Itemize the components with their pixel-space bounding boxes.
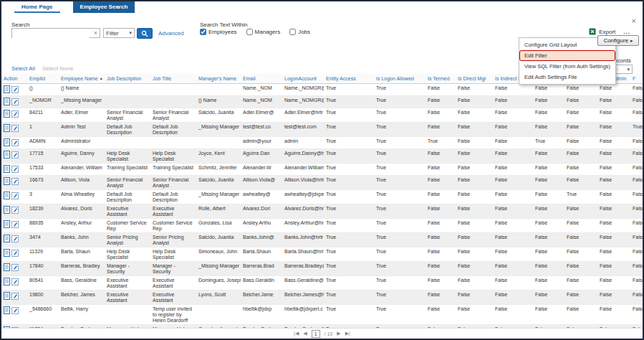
- table-row[interactable]: 80541Bass, GeraldineExecutive AssistantE…: [1, 276, 643, 291]
- action-cell: [1, 96, 27, 108]
- jobs-checkbox[interactable]: [289, 29, 296, 35]
- cell: Barreras.Brad: [241, 262, 282, 276]
- column-header-emplid[interactable]: EmplId: [27, 74, 59, 84]
- last-page-button[interactable]: ▶|: [345, 331, 350, 336]
- jobs-checkbox-option[interactable]: Jobs: [289, 29, 310, 35]
- cell: [196, 305, 241, 325]
- employees-checkbox[interactable]: [200, 29, 206, 35]
- menu-item-edit-auth-settings-file[interactable]: Edit Auth Settings File: [519, 72, 615, 82]
- cell: Belcher, James: [59, 291, 105, 305]
- table-row[interactable]: 17533Alexander, WilliamTraining Speciali…: [1, 164, 643, 176]
- table-row[interactable]: 17715Aguirre, DannyHelp Desk SpecialistH…: [1, 149, 643, 164]
- edit-record-icon[interactable]: [11, 263, 19, 271]
- cell: Senior Pricing Analyst: [105, 233, 150, 247]
- column-header-job-title[interactable]: Job Title: [150, 74, 196, 84]
- next-page-button[interactable]: ▶: [337, 331, 340, 336]
- menu-item-edit-filter[interactable]: Edit Filter: [519, 50, 615, 61]
- clear-search-icon[interactable]: ×: [94, 29, 97, 37]
- edit-record-icon[interactable]: [11, 206, 19, 214]
- column-header-email[interactable]: Email: [241, 74, 282, 84]
- column-header-logonaccount[interactable]: LogonAccount: [282, 74, 324, 84]
- open-record-icon[interactable]: [4, 151, 10, 159]
- more-options-icon[interactable]: ...: [623, 29, 630, 35]
- open-record-icon[interactable]: [4, 306, 10, 314]
- open-record-icon[interactable]: [4, 263, 10, 271]
- edit-record-icon[interactable]: [11, 220, 19, 228]
- open-record-icon[interactable]: [4, 165, 10, 173]
- edit-record-icon[interactable]: [11, 85, 19, 93]
- cell: Help Desk Specialist: [150, 247, 196, 262]
- table-row[interactable]: ()() NameName._NOMName._NOMGR@TrueTrueFa…: [1, 84, 643, 96]
- tab-employee-search[interactable]: Employee Search: [73, 1, 135, 13]
- filter-dropdown[interactable]: Filter ▾: [103, 28, 135, 38]
- table-row[interactable]: 11329Barta, ShaunHelp Desk SpecialistHel…: [1, 247, 643, 262]
- employees-checkbox-option[interactable]: Employees: [200, 29, 237, 35]
- open-record-icon[interactable]: [4, 124, 10, 132]
- edit-record-icon[interactable]: [11, 249, 19, 257]
- select-all-link[interactable]: Select All: [11, 65, 35, 72]
- open-record-icon[interactable]: [4, 192, 10, 199]
- search-button[interactable]: [137, 28, 153, 39]
- edit-record-icon[interactable]: [11, 177, 19, 185]
- edit-record-icon[interactable]: [11, 278, 19, 285]
- table-row[interactable]: 19800Belcher, JamesExecutive AssistantEx…: [1, 291, 643, 305]
- edit-record-icon[interactable]: [11, 235, 19, 242]
- edit-record-icon[interactable]: [11, 124, 19, 132]
- column-header-employee-name[interactable]: Employee Name▲: [59, 74, 105, 84]
- table-row[interactable]: _NOMGR_Missing Manager() NameName._NOMNa…: [1, 96, 643, 108]
- edit-record-icon[interactable]: [11, 292, 19, 300]
- column-header-is-direct-mgr[interactable]: Is Direct Mgr: [456, 74, 493, 84]
- search-input[interactable]: [12, 33, 90, 41]
- edit-record-icon[interactable]: [11, 151, 19, 159]
- open-record-icon[interactable]: [4, 98, 10, 105]
- managers-checkbox[interactable]: [246, 29, 253, 35]
- table-row[interactable]: 17840Barreras, BradleyManager - Security…: [1, 262, 643, 276]
- column-header-f[interactable]: F: [630, 74, 643, 84]
- close-icon[interactable]: ×: [632, 17, 636, 24]
- first-page-button[interactable]: |◀: [294, 331, 299, 336]
- open-record-icon[interactable]: [4, 249, 10, 257]
- edit-record-icon[interactable]: [11, 110, 19, 118]
- table-row[interactable]: 1Admin TestDefault Job DescriptionDefaul…: [1, 123, 643, 137]
- table-row[interactable]: 16673Allison, ViolaSenior Financial Anal…: [1, 176, 643, 190]
- column-header-entity-access[interactable]: Entity Access: [324, 74, 374, 84]
- column-header-is-termed[interactable]: Is Termed: [426, 74, 456, 84]
- table-row[interactable]: ADMINAdministratoradmin@youradminTrueTru…: [1, 137, 643, 149]
- column-header-is-logon-allowed[interactable]: Is Logon Allowed: [374, 74, 426, 84]
- cell: False: [493, 164, 533, 176]
- edit-record-icon[interactable]: [11, 306, 19, 314]
- column-header-manager-s-name[interactable]: Manager's Name: [196, 74, 241, 84]
- column-header-action[interactable]: Action: [1, 74, 27, 84]
- open-record-icon[interactable]: [4, 177, 10, 185]
- configure-button[interactable]: Configure ▸: [597, 35, 639, 46]
- open-record-icon[interactable]: [4, 220, 10, 228]
- tab-home-page[interactable]: Home Page: [14, 1, 60, 13]
- open-record-icon[interactable]: [4, 138, 10, 146]
- table-row[interactable]: _5486660Beltik, HarryTemp user invited t…: [1, 305, 643, 325]
- edit-record-icon[interactable]: [11, 98, 19, 105]
- cell: Temp user invited to register by Helen D…: [150, 305, 196, 325]
- open-record-icon[interactable]: [4, 85, 10, 93]
- open-record-icon[interactable]: [4, 278, 10, 285]
- advanced-link[interactable]: Advanced: [158, 30, 184, 37]
- edit-record-icon[interactable]: [11, 192, 19, 199]
- table-row[interactable]: 3Alma WheatleyDefault Job DescriptionDef…: [1, 190, 643, 204]
- table-row[interactable]: 88935Ansley, ArthurCustomer Service RepC…: [1, 219, 643, 233]
- app-window: Home Page Employee Search × Search × Fil…: [0, 0, 644, 340]
- managers-checkbox-option[interactable]: Managers: [246, 29, 281, 35]
- open-record-icon[interactable]: [4, 235, 10, 242]
- previous-page-button[interactable]: ◀: [303, 331, 307, 336]
- cell: False: [597, 108, 630, 123]
- edit-record-icon[interactable]: [11, 138, 19, 146]
- open-record-icon[interactable]: [4, 206, 10, 214]
- table-row[interactable]: 3474Banks, JohnSenior Pricing AnalystSen…: [1, 233, 643, 247]
- edit-record-icon[interactable]: [11, 165, 19, 173]
- column-header-job-description[interactable]: Job Description: [105, 74, 150, 84]
- table-row[interactable]: 84211Adler, ElmerSenior Financial Analys…: [1, 108, 643, 123]
- table-row[interactable]: 18239Alvarez, DorisExecutive AssistantEx…: [1, 204, 643, 219]
- menu-item-view-sql-filter-from-auth-settings[interactable]: View SQL Filter (from Auth Settings): [519, 61, 615, 72]
- select-none-link[interactable]: Select None: [42, 65, 74, 72]
- open-record-icon[interactable]: [4, 110, 10, 118]
- open-record-icon[interactable]: [4, 292, 10, 300]
- export-button[interactable]: Export: [599, 29, 615, 35]
